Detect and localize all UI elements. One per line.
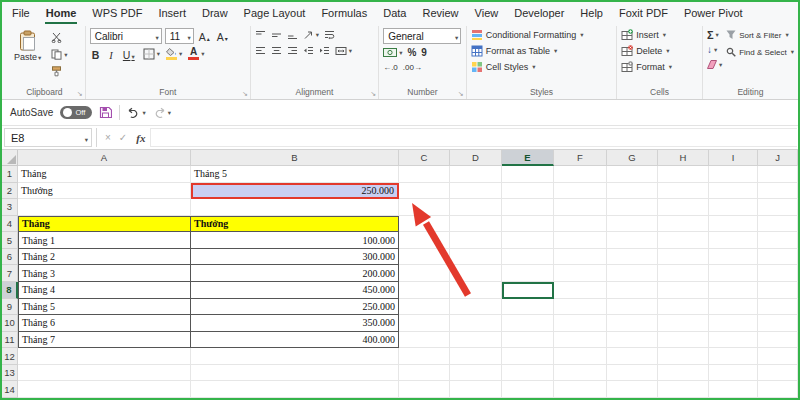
align-left-button[interactable] xyxy=(255,44,266,57)
column-header-i[interactable]: I xyxy=(709,150,758,166)
cell-b4[interactable]: Thưởng xyxy=(191,216,399,233)
number-dialog-launcher-icon[interactable] xyxy=(458,90,464,97)
sort-filter-button[interactable]: Sort & Filter xyxy=(726,28,794,42)
align-bottom-button[interactable] xyxy=(287,28,298,41)
cell-i8[interactable] xyxy=(709,282,758,299)
cell-b7[interactable]: 200.000 xyxy=(191,265,399,282)
increase-decimal-button[interactable]: ←.0 xyxy=(383,61,398,74)
tab-help[interactable]: Help xyxy=(572,2,611,24)
cell-a3[interactable] xyxy=(18,199,191,216)
format-as-table-button[interactable]: Format as Table xyxy=(471,44,613,58)
autosum-button[interactable]: Σ xyxy=(707,28,722,41)
tab-formulas[interactable]: Formulas xyxy=(313,2,375,24)
enter-button[interactable]: ✓ xyxy=(115,132,131,143)
cell-g9[interactable] xyxy=(607,299,658,316)
row-header-4[interactable]: 4 xyxy=(2,216,18,233)
tab-view[interactable]: View xyxy=(467,2,507,24)
cell-e5[interactable] xyxy=(502,232,554,249)
cell-b3[interactable] xyxy=(191,199,399,216)
cell-g11[interactable] xyxy=(607,332,658,349)
accounting-format-button[interactable] xyxy=(383,46,402,59)
tab-wps-pdf[interactable]: WPS PDF xyxy=(84,2,150,24)
clear-button[interactable] xyxy=(707,58,722,71)
cell-f14[interactable] xyxy=(554,381,607,398)
cell-i14[interactable] xyxy=(709,381,758,398)
cell-j2[interactable] xyxy=(758,183,798,200)
cell-b14[interactable] xyxy=(191,381,399,398)
cell-j8[interactable] xyxy=(758,282,798,299)
cell-d7[interactable] xyxy=(450,265,502,282)
column-header-j[interactable]: J xyxy=(758,150,798,166)
font-color-button[interactable]: A xyxy=(188,48,204,61)
select-all-corner[interactable] xyxy=(2,150,18,166)
cell-i3[interactable] xyxy=(709,199,758,216)
cell-j1[interactable] xyxy=(758,166,798,183)
cell-d4[interactable] xyxy=(450,216,502,233)
cell-f12[interactable] xyxy=(554,348,607,365)
alignment-dialog-launcher-icon[interactable] xyxy=(370,90,376,97)
cell-a14[interactable] xyxy=(18,381,191,398)
conditional-formatting-button[interactable]: Conditional Formatting xyxy=(471,28,613,42)
comma-style-button[interactable]: 9 xyxy=(421,46,427,59)
percent-style-button[interactable]: % xyxy=(407,46,416,59)
cell-d12[interactable] xyxy=(450,348,502,365)
tab-insert[interactable]: Insert xyxy=(150,2,194,24)
cell-i2[interactable] xyxy=(709,183,758,200)
cell-b13[interactable] xyxy=(191,365,399,382)
tab-home[interactable]: Home xyxy=(38,2,85,24)
cell-h14[interactable] xyxy=(658,381,709,398)
cell-f6[interactable] xyxy=(554,249,607,266)
column-header-h[interactable]: H xyxy=(658,150,709,166)
cell-j12[interactable] xyxy=(758,348,798,365)
row-header-2[interactable]: 2 xyxy=(2,183,18,200)
column-header-d[interactable]: D xyxy=(450,150,502,166)
cell-c8[interactable] xyxy=(399,282,450,299)
align-middle-button[interactable] xyxy=(271,28,282,41)
column-header-a[interactable]: A xyxy=(18,150,191,166)
insert-function-button[interactable]: fx xyxy=(131,132,150,144)
cell-i13[interactable] xyxy=(709,365,758,382)
cell-d8[interactable] xyxy=(450,282,502,299)
row-header-13[interactable]: 13 xyxy=(2,365,18,382)
cell-e9[interactable] xyxy=(502,299,554,316)
cell-a11[interactable]: Tháng 7 xyxy=(18,332,191,349)
cell-b11[interactable]: 400.000 xyxy=(191,332,399,349)
column-header-g[interactable]: G xyxy=(607,150,658,166)
row-header-8[interactable]: 8 xyxy=(2,282,18,299)
cell-e7[interactable] xyxy=(502,265,554,282)
cell-b2[interactable]: 250.000 xyxy=(191,183,399,200)
cell-a12[interactable] xyxy=(18,348,191,365)
cell-g10[interactable] xyxy=(607,315,658,332)
bold-button[interactable]: B xyxy=(90,47,102,61)
row-header-1[interactable]: 1 xyxy=(2,166,18,183)
cell-j7[interactable] xyxy=(758,265,798,282)
cell-c9[interactable] xyxy=(399,299,450,316)
cell-h3[interactable] xyxy=(658,199,709,216)
cell-f8[interactable] xyxy=(554,282,607,299)
cell-c1[interactable] xyxy=(399,166,450,183)
insert-cells-button[interactable]: Insert xyxy=(621,28,698,42)
row-header-3[interactable]: 3 xyxy=(2,199,18,216)
cell-g13[interactable] xyxy=(607,365,658,382)
cell-f9[interactable] xyxy=(554,299,607,316)
cell-h6[interactable] xyxy=(658,249,709,266)
cell-h13[interactable] xyxy=(658,365,709,382)
decrease-indent-button[interactable] xyxy=(303,44,314,57)
cell-a13[interactable] xyxy=(18,365,191,382)
cell-b8[interactable]: 450.000 xyxy=(191,282,399,299)
cell-i4[interactable] xyxy=(709,216,758,233)
cell-b12[interactable] xyxy=(191,348,399,365)
tab-foxit-pdf[interactable]: Foxit PDF xyxy=(611,2,676,24)
row-header-9[interactable]: 9 xyxy=(2,299,18,316)
decrease-decimal-button[interactable]: .00→ xyxy=(403,61,422,74)
autosave-toggle[interactable]: Off xyxy=(60,106,92,119)
cell-i5[interactable] xyxy=(709,232,758,249)
cell-d3[interactable] xyxy=(450,199,502,216)
cell-h10[interactable] xyxy=(658,315,709,332)
cell-styles-button[interactable]: Cell Styles xyxy=(471,60,613,74)
cell-j4[interactable] xyxy=(758,216,798,233)
cell-c6[interactable] xyxy=(399,249,450,266)
cell-j14[interactable] xyxy=(758,381,798,398)
cell-i6[interactable] xyxy=(709,249,758,266)
font-dialog-launcher-icon[interactable] xyxy=(242,90,248,97)
